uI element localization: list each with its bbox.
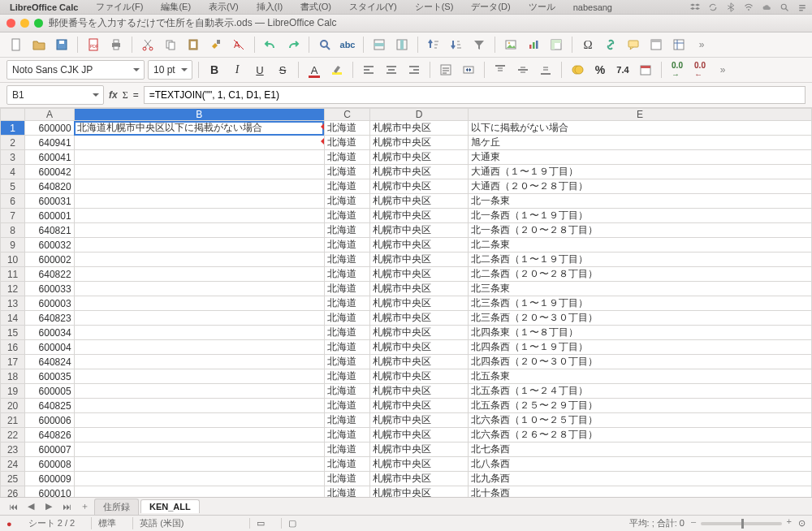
cell[interactable] xyxy=(74,326,324,340)
close-window-button[interactable] xyxy=(6,19,15,28)
cell[interactable]: 札幌市中央区 xyxy=(370,136,469,150)
menu-data[interactable]: データ(D) xyxy=(466,0,515,14)
cell[interactable]: 札幌市中央区 xyxy=(370,209,469,223)
row-header[interactable]: 4 xyxy=(1,165,25,179)
cell[interactable]: 北海道 xyxy=(324,179,369,194)
column-header-B[interactable]: B xyxy=(74,109,324,121)
date-format-button[interactable] xyxy=(636,60,655,80)
copy-button[interactable] xyxy=(161,35,180,54)
row-header[interactable]: 1 xyxy=(1,121,25,136)
cell[interactable] xyxy=(74,472,324,486)
minimize-window-button[interactable] xyxy=(20,19,29,28)
cell[interactable]: 北三条西（２０〜３０丁目） xyxy=(469,311,812,326)
cell[interactable]: 600033 xyxy=(25,282,74,296)
menu-user[interactable]: nabesang xyxy=(568,2,617,13)
dropbox-icon[interactable] xyxy=(690,2,700,12)
bluetooth-icon[interactable] xyxy=(726,2,736,12)
clear-formatting-button[interactable]: A xyxy=(229,35,248,54)
cell[interactable]: 北海道 xyxy=(324,282,369,296)
cell[interactable] xyxy=(74,179,324,194)
name-box[interactable]: B1 xyxy=(6,85,104,105)
align-middle-button[interactable] xyxy=(513,60,533,80)
cell[interactable]: 札幌市中央区 xyxy=(370,428,469,442)
wrap-text-button[interactable] xyxy=(436,60,456,80)
cell[interactable] xyxy=(74,413,324,428)
cell[interactable]: 北海道 xyxy=(324,457,369,472)
app-name[interactable]: LibreOffice Calc xyxy=(5,2,83,13)
spellcheck-button[interactable]: abc xyxy=(338,35,357,54)
cell[interactable]: 北海道 xyxy=(324,399,369,413)
menu-insert[interactable]: 挿入(I) xyxy=(252,0,287,14)
cell[interactable]: 北海道 xyxy=(324,326,369,340)
cell[interactable]: 札幌市中央区 xyxy=(370,340,469,355)
menu-style[interactable]: スタイル(Y) xyxy=(344,0,402,14)
cell[interactable]: 北三条西（１〜１９丁目） xyxy=(469,296,812,311)
cell[interactable]: 600004 xyxy=(25,340,74,355)
cell[interactable] xyxy=(74,150,324,165)
cell[interactable]: 大通東 xyxy=(469,150,812,165)
cell[interactable]: 北海道 xyxy=(324,311,369,326)
cell[interactable]: 札幌市中央区 xyxy=(370,472,469,486)
row-header[interactable]: 18 xyxy=(1,369,25,384)
cell[interactable]: 札幌市中央区 xyxy=(370,282,469,296)
cell[interactable]: 北海道 xyxy=(324,136,369,150)
cell[interactable]: 札幌市中央区 xyxy=(370,121,469,136)
cell[interactable]: 北二条東 xyxy=(469,238,812,253)
underline-button[interactable]: U xyxy=(250,60,270,80)
zoom-slider[interactable] xyxy=(701,522,782,525)
status-selection-mode[interactable]: ▭ xyxy=(249,518,265,529)
menu-format[interactable]: 書式(O) xyxy=(296,0,336,14)
row-header[interactable]: 15 xyxy=(1,326,25,340)
add-decimal-button[interactable]: 0.0→ xyxy=(667,60,687,80)
equals-button[interactable]: = xyxy=(133,89,139,101)
sum-button[interactable]: Σ xyxy=(123,89,128,101)
cell[interactable]: 640822 xyxy=(25,267,74,282)
sort-desc-button[interactable] xyxy=(447,35,466,54)
cell[interactable]: 北三条東 xyxy=(469,282,812,296)
menu-tools[interactable]: ツール xyxy=(524,0,560,14)
row-header[interactable]: 25 xyxy=(1,472,25,486)
cell[interactable]: 大通西（２０〜２８丁目） xyxy=(469,179,812,194)
cell[interactable]: 北海道 xyxy=(324,472,369,486)
align-right-button[interactable] xyxy=(404,60,424,80)
menu-edit[interactable]: 編集(E) xyxy=(156,0,196,14)
row-header[interactable]: 9 xyxy=(1,238,25,253)
zoom-reset-button[interactable]: ⊙ xyxy=(798,518,806,529)
cell[interactable]: 北海道 xyxy=(324,340,369,355)
cell[interactable]: 札幌市中央区 xyxy=(370,311,469,326)
comment-button[interactable] xyxy=(624,35,643,54)
cell[interactable]: 640821 xyxy=(25,223,74,238)
row-header[interactable]: 20 xyxy=(1,399,25,413)
row-header[interactable]: 5 xyxy=(1,179,25,194)
cell[interactable]: 北海道 xyxy=(324,165,369,179)
cell[interactable]: 札幌市中央区 xyxy=(370,399,469,413)
cell[interactable] xyxy=(74,399,324,413)
cell[interactable] xyxy=(74,238,324,253)
cell[interactable] xyxy=(74,253,324,267)
cell[interactable]: 北一条西（１〜１９丁目） xyxy=(469,209,812,223)
cell[interactable]: 北海道 xyxy=(324,223,369,238)
headers-button[interactable] xyxy=(646,35,666,54)
cell[interactable] xyxy=(74,369,324,384)
undo-button[interactable] xyxy=(261,35,280,54)
cell[interactable]: 北六条西（２６〜２８丁目） xyxy=(469,428,812,442)
cell[interactable]: 北八条西 xyxy=(469,457,812,472)
cell[interactable]: 以下に掲載がない場合 xyxy=(469,121,812,136)
cell[interactable] xyxy=(74,165,324,179)
cell[interactable]: 北海道札幌市中央区以下に掲載がない場合 xyxy=(74,121,324,136)
select-all-corner[interactable] xyxy=(1,109,25,121)
window-titlebar[interactable]: 郵便番号を入力するだけで住所を自動表示.ods — LibreOffice Ca… xyxy=(0,15,812,32)
cell[interactable]: 札幌市中央区 xyxy=(370,369,469,384)
cell[interactable]: 札幌市中央区 xyxy=(370,457,469,472)
strikethrough-button[interactable]: S xyxy=(273,60,292,80)
cell[interactable]: 北海道 xyxy=(324,267,369,282)
cell[interactable]: 600003 xyxy=(25,296,74,311)
cell[interactable]: 北海道 xyxy=(324,355,369,369)
spotlight-icon[interactable] xyxy=(780,2,789,12)
menu-sheet[interactable]: シート(S) xyxy=(410,0,459,14)
row-header[interactable]: 10 xyxy=(1,253,25,267)
cell[interactable]: 北海道 xyxy=(324,428,369,442)
cell[interactable]: 北十条西 xyxy=(469,486,812,498)
print-button[interactable] xyxy=(106,35,126,54)
cell[interactable] xyxy=(74,428,324,442)
